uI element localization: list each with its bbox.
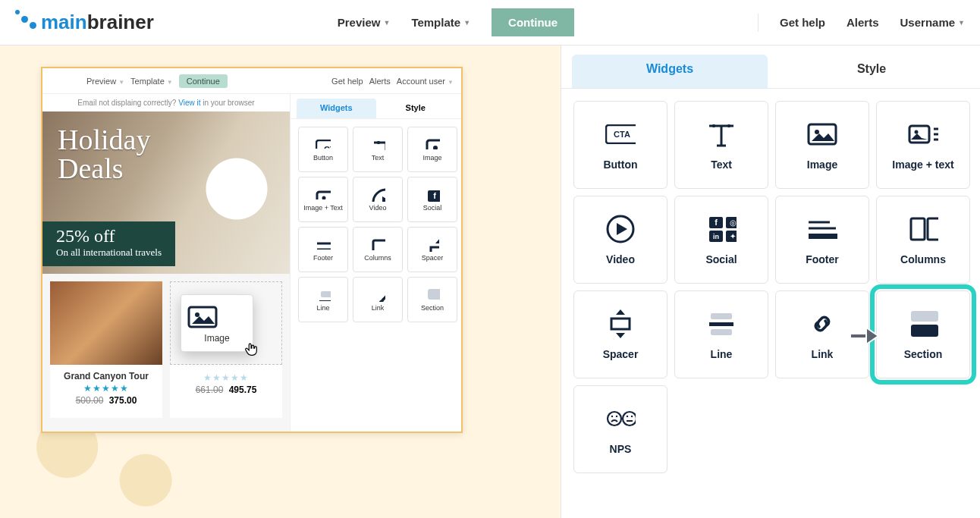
text-icon [706,119,737,149]
dragging-widget[interactable]: Image [181,294,253,352]
image-icon [425,137,440,151]
hero-banner: Holiday Deals 25% off On all internation… [42,111,290,274]
preview-menu-mini[interactable]: Preview ▼ [86,77,124,86]
brand-logo: mainbrainer [15,11,154,34]
mini-widget-spacer[interactable]: Spacer [407,227,457,272]
mini-widget-text[interactable]: Text [353,127,403,172]
tab-style-mini[interactable]: Style [376,99,456,118]
chevron-down-icon: ▼ [958,19,965,27]
svg-text:in: in [713,233,719,240]
get-help-link[interactable]: Get help [780,16,825,29]
svg-text:f: f [433,191,436,200]
preview-topbar: Preview ▼ Template ▼ Continue Get help A… [42,68,461,94]
view-in-browser-msg: Email not displaing correctly? View it i… [42,94,290,111]
brand-main: main [41,11,87,33]
svg-point-67 [631,416,633,417]
view-in-browser-link[interactable]: View it [178,99,200,107]
svg-text:CTA: CTA [324,145,331,149]
preview-menu[interactable]: Preview ▼ [338,16,391,29]
widget-image_text[interactable]: Image + text [876,101,970,189]
hero-person-illustration [191,152,282,274]
svg-point-36 [915,130,919,134]
username-label: Username [900,16,956,29]
widgets-grid: CTAButtonTextImageImage + textVideof◎in✦… [561,89,980,485]
get-help-mini[interactable]: Get help [331,77,363,86]
widget-text[interactable]: Text [674,101,768,189]
star-rating-icon: ★★★★★ [203,372,249,383]
user-menu[interactable]: Username ▼ [900,16,965,29]
header-right: Get help Alerts Username ▼ [758,14,965,32]
template-menu-mini[interactable]: Template ▼ [130,77,173,86]
mini-widget-video[interactable]: Video [353,177,403,222]
continue-button[interactable]: Continue [492,8,574,36]
svg-rect-53 [928,218,938,240]
widget-label: Text [711,159,732,171]
app-header: mainbrainer Preview ▼ Template ▼ Continu… [0,0,980,46]
svg-rect-52 [911,218,925,240]
mini-widget-line[interactable]: Line [298,277,348,322]
image-icon [807,119,837,149]
svg-rect-57 [711,329,732,335]
mini-widgets-grid: CTAButtonTextImageImage + TextVideof◎in✦… [291,119,461,330]
workspace: Preview ▼ Template ▼ Continue Get help A… [0,46,980,518]
template-menu[interactable]: Template ▼ [411,16,470,29]
mini-widget-label: Spacer [422,254,444,262]
mini-widget-image_text[interactable]: Image + Text [298,177,348,222]
widget-label: Footer [806,253,839,265]
tab-widgets[interactable]: Widgets [572,55,768,88]
hero-discount-band: 25% off On all international travels [42,221,175,266]
tab-style[interactable]: Style [774,55,969,88]
mini-widget-columns[interactable]: Columns [353,227,403,272]
widget-label: Columns [900,253,946,265]
mini-widget-button[interactable]: CTAButton [298,127,348,172]
mini-widget-label: Columns [364,254,391,262]
mini-widget-footer[interactable]: Footer [298,227,348,272]
dragging-widget-label: Image [187,333,247,344]
svg-rect-56 [709,322,733,326]
alerts-link[interactable]: Alerts [847,16,879,29]
widget-line[interactable]: Line [674,290,768,378]
widget-columns[interactable]: Columns [876,196,970,284]
svg-point-61 [623,412,636,425]
widgets-panel: Widgets Style CTAButtonTextImageImage + … [561,46,980,518]
footer-icon [316,237,331,251]
continue-button-mini[interactable]: Continue [179,74,228,88]
video-icon [370,187,385,201]
widget-footer[interactable]: Footer [775,196,869,284]
mini-widget-image[interactable]: Image [407,127,457,172]
video-icon [605,214,636,244]
widget-social[interactable]: f◎in✦Social [674,196,768,284]
tab-widgets-mini[interactable]: Widgets [297,99,376,118]
account-menu-mini[interactable]: Account user ▼ [397,77,454,86]
widget-section[interactable]: Section [876,290,970,378]
widget-video[interactable]: Video [573,196,667,284]
widget-image[interactable]: Image [775,101,869,189]
svg-rect-21 [373,240,385,250]
widget-nps[interactable]: NPS [573,385,667,473]
hero-subtitle: On all international travels [56,246,162,259]
mini-widget-link[interactable]: Link [353,277,403,322]
line-icon [316,287,331,301]
text-icon [370,137,385,151]
preview-content: Email not displaing correctly? View it i… [42,94,290,432]
button-icon: CTA [316,137,331,151]
widget-label: Spacer [603,348,639,360]
spacer-icon [605,309,636,339]
widget-label: Social [705,253,737,265]
widget-button[interactable]: CTAButton [573,101,667,189]
panel-tabs: Widgets Style [561,46,980,89]
mini-widget-social[interactable]: f◎in✦Social [407,177,457,222]
button-icon: CTA [605,119,636,149]
mini-widget-section[interactable]: Section [407,277,457,322]
svg-rect-33 [809,124,836,144]
svg-text:✦: ✦ [730,232,736,240]
email-preview: Preview ▼ Template ▼ Continue Get help A… [41,67,463,433]
brand-sub: brainer [87,11,154,33]
mini-widget-label: Link [372,304,385,312]
brand-text: mainbrainer [41,11,154,34]
spacer-icon [425,237,440,251]
alerts-mini[interactable]: Alerts [369,77,391,86]
widget-spacer[interactable]: Spacer [573,290,667,378]
mini-widget-label: Image [422,154,441,162]
footer-icon [807,214,837,244]
